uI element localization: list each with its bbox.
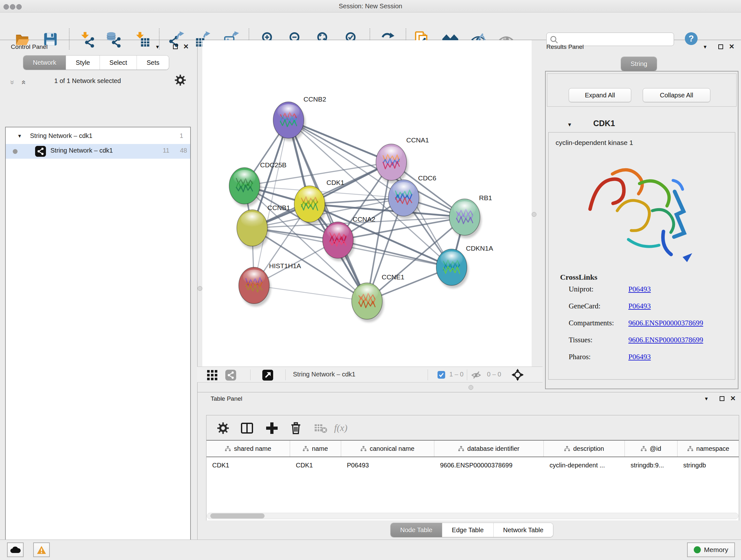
delete-column-icon[interactable] (289, 422, 304, 436)
network-node-CCNA1[interactable] (376, 144, 407, 180)
network-node-HIST1H1A[interactable] (239, 267, 269, 304)
tab-node-table[interactable]: Node Table (391, 523, 442, 537)
table-cell[interactable]: P06493 (341, 457, 434, 473)
cloud-icon (10, 546, 21, 554)
expand-all-chevron-icon[interactable]: » (8, 80, 17, 84)
panel-float-icon[interactable]: ▼ (703, 44, 708, 50)
left-splitter-handle[interactable] (198, 286, 202, 291)
crosslink-row: Pharos:P06493 (549, 353, 735, 368)
node-label: CDK1 (327, 179, 344, 186)
network-node-CDC6[interactable] (388, 180, 419, 216)
column-header-@id[interactable]: @id (625, 441, 677, 456)
crosslink-row: Uniprot:P06493 (549, 285, 735, 300)
panel-close-icon[interactable]: ✕ (730, 395, 736, 402)
column-header-canonical-name[interactable]: canonical name (341, 441, 434, 456)
network-row-selected[interactable]: String Network – cdk1 11 48 (6, 144, 190, 159)
column-header-shared-name[interactable]: shared name (206, 441, 290, 456)
crosslink-label: Compartments: (569, 319, 614, 327)
add-column-icon[interactable] (266, 422, 280, 436)
table-cell[interactable]: stringdb:9... (625, 457, 677, 473)
table-row[interactable]: CDK1CDK1P064939606.ENSP00000378699cyclin… (206, 457, 739, 473)
control-panel-tabs: NetworkStyleSelectSets (23, 56, 169, 70)
scrollbar-thumb[interactable] (210, 513, 265, 518)
tab-string[interactable]: String (621, 57, 657, 71)
network-node-CCNA2[interactable] (323, 222, 353, 258)
footer-separator (285, 369, 286, 380)
gene-name: CDK1 (593, 119, 615, 128)
gear-icon[interactable] (217, 422, 231, 436)
crosslink-label: Pharos: (569, 353, 591, 361)
tab-network-table[interactable]: Network Table (494, 523, 553, 537)
horizontal-scrollbar[interactable] (207, 513, 738, 519)
birds-eye-view-icon[interactable] (262, 370, 273, 382)
gear-icon[interactable] (174, 74, 186, 87)
network-node-CCNB1[interactable] (237, 210, 267, 246)
network-share-icon[interactable] (225, 370, 236, 382)
tab-sets[interactable]: Sets (137, 56, 169, 70)
table-cell[interactable]: CDK1 (206, 457, 290, 473)
network-collection-row[interactable]: ▼ String Network – cdk1 1 (6, 129, 190, 144)
table-cell[interactable]: 9606.ENSP00000378699 (434, 457, 544, 473)
collapse-all-chevron-icon[interactable]: « (19, 80, 28, 84)
network-view-title: String Network – cdk1 (293, 371, 355, 378)
table-tabs: Node TableEdge TableNetwork Table (391, 523, 553, 537)
memory-button[interactable]: Memory (687, 543, 735, 557)
crosslink-link[interactable]: P06493 (628, 302, 651, 310)
table-cell[interactable]: CDK1 (290, 457, 341, 473)
crosslink-link[interactable]: 9606.ENSP00000378699 (628, 336, 703, 344)
tab-network[interactable]: Network (23, 56, 66, 70)
network-node-CCNE1[interactable] (352, 283, 382, 319)
footer-separator (467, 369, 467, 380)
panel-float-icon[interactable]: ▼ (155, 44, 160, 50)
column-header-namespace[interactable]: namespace (677, 441, 739, 456)
panel-float-icon[interactable]: ▼ (704, 396, 709, 401)
table-cell[interactable]: cyclin-dependent ... (544, 457, 625, 473)
table-cell[interactable]: stringdb (677, 457, 739, 473)
bottom-splitter-handle[interactable] (468, 385, 473, 390)
network-edge[interactable] (338, 240, 452, 267)
tab-edge-table[interactable]: Edge Table (442, 523, 494, 537)
network-node-RB1[interactable] (449, 199, 480, 235)
hidden-count-text: 0 – 0 (487, 371, 501, 378)
column-header-description[interactable]: description (544, 441, 625, 456)
main-toolbar: ? (0, 12, 741, 40)
warnings-button[interactable] (33, 543, 50, 557)
expand-all-button[interactable]: Expand All (569, 88, 631, 102)
crosslink-link[interactable]: 9606.ENSP00000378699 (628, 319, 703, 327)
network-edge[interactable] (254, 286, 367, 301)
network-node-CDK1[interactable] (294, 186, 325, 222)
network-node-CCNB2[interactable] (273, 102, 304, 138)
disclosure-triangle-icon[interactable]: ▼ (567, 122, 572, 128)
column-header-name[interactable]: name (290, 441, 341, 456)
network-canvas[interactable]: CCNB2CCNA1CDC25BCDK1CDC6RB1CCNB1CCNA2CDK… (202, 40, 532, 367)
node-label: RB1 (479, 194, 492, 201)
network-node-CDKN1A[interactable] (436, 249, 467, 286)
panel-close-icon[interactable]: ✕ (729, 43, 735, 51)
panel-maximize-icon[interactable] (173, 44, 178, 51)
tab-select[interactable]: Select (100, 56, 137, 70)
results-panel-title: Results Panel (546, 44, 584, 51)
gene-detail-box: cyclin-dependent kinase 1 CrossLinks Uni… (548, 132, 735, 380)
panel-maximize-icon[interactable] (718, 44, 723, 51)
tab-style[interactable]: Style (66, 56, 99, 70)
delete-table-icon[interactable] (314, 422, 328, 436)
column-header-database-identifier[interactable]: database identifier (434, 441, 544, 456)
gene-section: ▼ CDK1 cyclin-dependent kinase 1 Cro (547, 108, 737, 387)
panel-maximize-icon[interactable] (720, 396, 724, 402)
disclosure-triangle-icon[interactable]: ▼ (17, 133, 22, 138)
crosshair-icon[interactable] (512, 369, 524, 382)
selected-checkbox-icon[interactable] (437, 371, 445, 380)
node-label: CDC6 (418, 174, 436, 182)
crosslink-link[interactable]: P06493 (628, 353, 651, 361)
cloud-button[interactable] (7, 543, 23, 557)
collapse-all-button[interactable]: Collapse All (643, 88, 711, 102)
show-columns-icon[interactable] (241, 422, 255, 436)
panel-close-icon[interactable]: ✕ (183, 43, 189, 51)
crosslink-link[interactable]: P06493 (628, 285, 651, 294)
node-count: 11 (163, 147, 170, 154)
hidden-eye-slash-icon[interactable] (471, 371, 481, 381)
crosslink-label: Tissues: (569, 336, 593, 344)
right-splitter-handle[interactable] (532, 212, 536, 217)
grid-view-icon[interactable] (207, 370, 218, 382)
network-node-CDC25B[interactable] (229, 168, 260, 204)
